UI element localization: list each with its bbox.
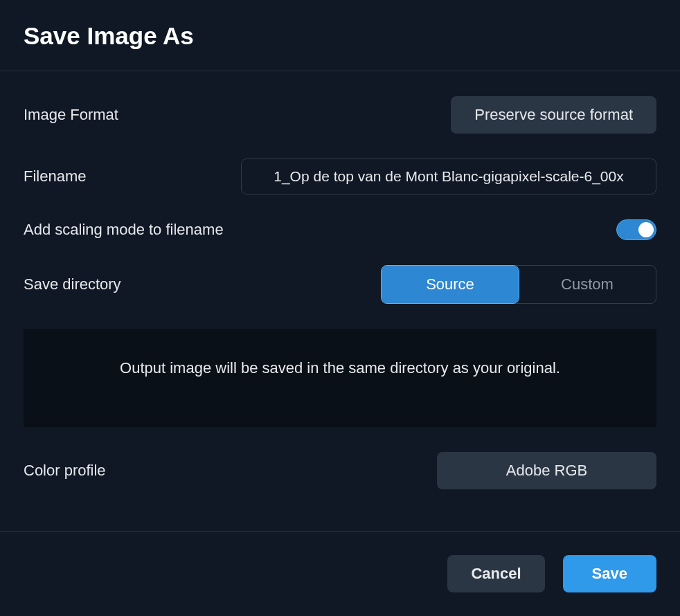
color-profile-label: Color profile: [24, 462, 106, 480]
save-directory-source[interactable]: Source: [382, 266, 519, 303]
add-scaling-row: Add scaling mode to filename: [24, 194, 656, 240]
save-directory-row: Save directory Source Custom: [24, 240, 656, 304]
filename-label: Filename: [24, 167, 86, 185]
toggle-knob: [638, 222, 654, 237]
dialog-body: Image Format Preserve source format File…: [0, 71, 680, 531]
add-scaling-label: Add scaling mode to filename: [24, 221, 224, 239]
color-profile-select[interactable]: Adobe RGB: [437, 452, 656, 489]
save-directory-custom[interactable]: Custom: [519, 266, 656, 303]
image-format-row: Image Format Preserve source format: [24, 71, 656, 134]
save-directory-info: Output image will be saved in the same d…: [24, 329, 656, 427]
save-directory-label: Save directory: [24, 275, 121, 293]
save-image-dialog: Save Image As Image Format Preserve sour…: [0, 0, 680, 616]
cancel-button[interactable]: Cancel: [447, 555, 544, 592]
add-scaling-toggle[interactable]: [616, 219, 656, 240]
save-button[interactable]: Save: [563, 555, 656, 592]
dialog-title: Save Image As: [0, 0, 680, 71]
dialog-footer: Cancel Save: [0, 531, 680, 616]
filename-input[interactable]: [241, 158, 656, 194]
image-format-label: Image Format: [24, 106, 118, 124]
filename-row: Filename: [24, 134, 656, 194]
save-directory-segmented: Source Custom: [381, 265, 656, 304]
color-profile-row: Color profile Adobe RGB: [24, 427, 656, 489]
image-format-select[interactable]: Preserve source format: [451, 96, 656, 134]
